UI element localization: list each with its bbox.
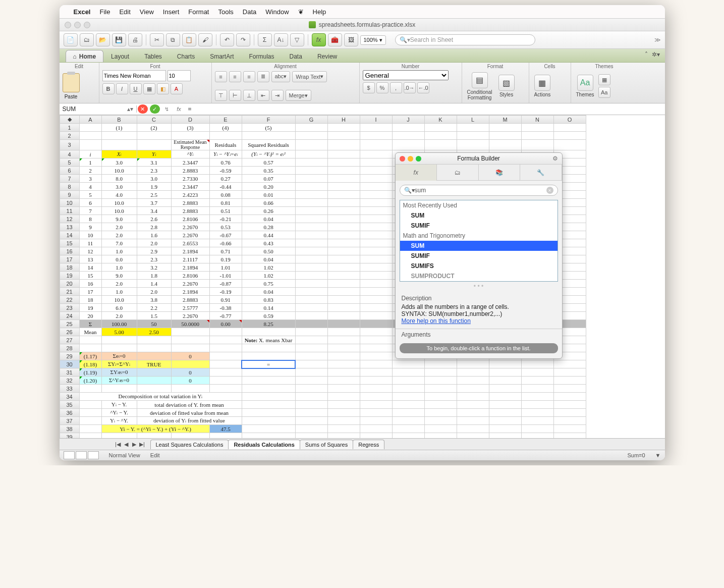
function-item[interactable]: SUM <box>400 210 558 221</box>
media-browser-icon[interactable]: 🖼 <box>344 33 358 46</box>
panel-tab-scrapbook-icon[interactable]: 🗂 <box>437 165 479 181</box>
app-name[interactable]: Excel <box>74 8 91 16</box>
clear-search-icon[interactable]: × <box>546 187 553 194</box>
paste-icon[interactable]: 📋 <box>182 33 196 46</box>
menu-help[interactable]: Help <box>313 8 326 16</box>
sort-icon[interactable]: A↓ <box>274 33 288 46</box>
align-bottom-icon[interactable]: ⊥ <box>243 90 255 101</box>
column-header[interactable]: F <box>242 116 295 124</box>
ribbon-settings-icon[interactable]: ✲▾ <box>652 51 660 58</box>
fx-icon[interactable]: fx <box>174 104 184 114</box>
theme-colors-icon[interactable]: ▦ <box>598 74 610 85</box>
number-format-select[interactable]: General <box>363 70 449 80</box>
actions-button[interactable]: ▦Actions <box>532 75 553 97</box>
align-center-icon[interactable]: ≡ <box>229 71 241 82</box>
status-dropdown-icon[interactable]: ▼ <box>655 452 661 458</box>
increase-indent-icon[interactable]: ⇥ <box>271 90 284 101</box>
open-template-icon[interactable]: 🗂 <box>80 33 94 46</box>
tab-layout[interactable]: Layout <box>103 50 137 62</box>
toolbox-icon[interactable]: 🧰 <box>328 33 342 46</box>
normal-view-icon[interactable] <box>64 451 75 459</box>
underline-button[interactable]: U <box>130 83 142 94</box>
tab-charts[interactable]: Charts <box>170 50 202 62</box>
sheet-tab[interactable]: Sums of Squares <box>300 440 353 449</box>
menu-window[interactable]: Window <box>265 8 289 16</box>
currency-button[interactable]: $ <box>363 82 375 93</box>
new-workbook-icon[interactable]: 📄 <box>64 33 78 46</box>
formula-search-input[interactable]: 🔍▾ sum × <box>400 185 558 196</box>
wrap-text-button[interactable]: Wrap Text ▾ <box>292 71 327 82</box>
menu-data[interactable]: Data <box>243 8 256 16</box>
comma-button[interactable]: , <box>390 82 402 93</box>
column-header[interactable]: O <box>553 116 586 124</box>
sheet-nav-last-icon[interactable]: ▶| <box>138 441 146 448</box>
function-list[interactable]: Most Recently Used SUM SUMIF Math and Tr… <box>400 200 558 282</box>
open-icon[interactable]: 📂 <box>96 33 110 46</box>
sheet-nav-next-icon[interactable]: ▶ <box>130 441 138 448</box>
column-header[interactable]: E <box>209 116 242 124</box>
panel-tab-reference-icon[interactable]: 📚 <box>479 165 521 181</box>
column-header[interactable]: L <box>457 116 489 124</box>
column-header[interactable]: B <box>101 116 137 124</box>
sheet-tab[interactable]: Least Squares Calculations <box>150 440 229 449</box>
function-item[interactable]: SUMIFS <box>400 261 558 271</box>
panel-zoom-icon[interactable] <box>416 156 421 162</box>
traffic-minimize-icon[interactable] <box>74 22 81 28</box>
search-sheet-input[interactable]: 🔍▾ Search in Sheet <box>395 34 535 45</box>
align-justify-icon[interactable]: ≣ <box>257 71 269 82</box>
fill-color-button[interactable]: ◧ <box>157 83 169 94</box>
increase-decimal-icon[interactable]: .0→ <box>404 82 416 93</box>
panel-tab-settings-icon[interactable]: 🔧 <box>520 165 562 181</box>
spreadsheet-grid[interactable]: ◆ABCDEFGHIJKLMNO1(1)(2)(3)(4)(5)23Estima… <box>60 115 665 438</box>
column-header[interactable]: D <box>171 116 209 124</box>
filter-icon[interactable]: ▽ <box>290 33 304 46</box>
format-painter-icon[interactable]: 🖌 <box>198 33 212 46</box>
sheet-nav-prev-icon[interactable]: ◀ <box>122 441 130 448</box>
page-layout-view-icon[interactable] <box>76 451 87 459</box>
confirm-formula-icon[interactable]: ✓ <box>150 104 160 114</box>
redo-icon[interactable]: ↷ <box>236 33 250 46</box>
decrease-decimal-icon[interactable]: ←.0 <box>417 82 429 93</box>
menu-tools[interactable]: Tools <box>218 8 233 16</box>
menu-file[interactable]: File <box>99 8 110 16</box>
sheet-tab[interactable]: Regress <box>353 440 384 449</box>
tab-smartart[interactable]: SmartArt <box>202 50 241 62</box>
column-header[interactable]: A <box>79 116 101 124</box>
autosum-icon[interactable]: Σ <box>258 33 272 46</box>
font-size-input[interactable] <box>168 70 191 81</box>
menu-view[interactable]: View <box>140 8 154 16</box>
tab-home[interactable]: ⌂Home <box>66 50 104 62</box>
save-icon[interactable]: 💾 <box>112 33 126 46</box>
status-sum[interactable]: Sum=0 <box>627 452 645 458</box>
expand-toolbar-icon[interactable]: ≫ <box>654 36 661 43</box>
formula-history-icon[interactable]: ↯ <box>162 104 172 114</box>
align-middle-icon[interactable]: ⊢ <box>229 90 241 101</box>
align-top-icon[interactable]: ⊤ <box>215 90 227 101</box>
panel-minimize-icon[interactable] <box>408 156 413 162</box>
bold-button[interactable]: B <box>102 83 115 94</box>
font-color-button[interactable]: A <box>171 83 183 94</box>
menu-format[interactable]: Format <box>188 8 209 16</box>
menu-insert[interactable]: Insert <box>163 8 180 16</box>
column-header[interactable]: N <box>521 116 553 124</box>
styles-button[interactable]: ▧Styles <box>496 75 517 97</box>
column-header[interactable]: C <box>137 116 171 124</box>
tab-formulas[interactable]: Formulas <box>242 50 282 62</box>
paste-button[interactable] <box>63 73 80 92</box>
formula-builder-icon[interactable]: fx <box>312 33 326 46</box>
copy-icon[interactable]: ⧉ <box>166 33 180 46</box>
formula-input[interactable]: = <box>185 105 665 113</box>
traffic-zoom-icon[interactable] <box>84 22 90 28</box>
column-header[interactable]: K <box>424 116 457 124</box>
select-all[interactable]: ◆ <box>60 116 79 124</box>
undo-icon[interactable]: ↶ <box>220 33 234 46</box>
zoom-dropdown[interactable]: 100% ▾ <box>360 35 386 45</box>
tab-tables[interactable]: Tables <box>137 50 170 62</box>
font-name-input[interactable] <box>102 70 166 81</box>
column-header[interactable]: I <box>360 116 392 124</box>
column-header[interactable]: J <box>392 116 424 124</box>
column-header[interactable]: M <box>489 116 521 124</box>
name-box[interactable]: SUM▴▾ <box>60 105 137 113</box>
sheet-tab[interactable]: Residuals Calculations <box>228 440 300 449</box>
decrease-indent-icon[interactable]: ⇤ <box>257 90 269 101</box>
